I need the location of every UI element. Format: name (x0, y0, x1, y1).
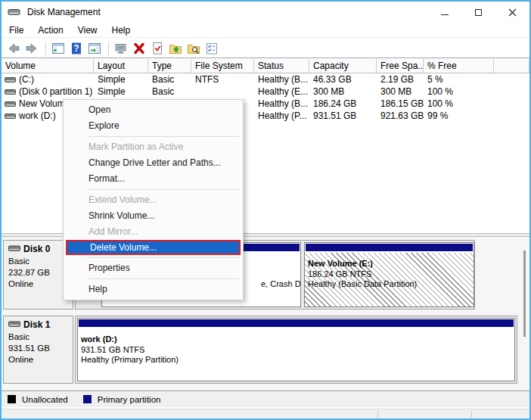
back-arrow-icon (6, 41, 21, 56)
disk1-name: Disk 1 (23, 319, 50, 330)
menu-view[interactable]: View (78, 25, 98, 36)
cell-file-system (191, 86, 254, 98)
column-header-file-system[interactable]: File System (191, 59, 254, 73)
partition-d[interactable]: work (D:) 931.51 GB NTFS Healthy (Primar… (77, 318, 515, 381)
volume-icon (5, 112, 16, 120)
disk1-info-panel[interactable]: Disk 1 Basic 931.51 GB Online (3, 316, 73, 384)
partition-e-name: New Volume (E:) (308, 259, 474, 269)
legend-label-unallocated: Unallocated (22, 395, 68, 404)
column-header-pct-free[interactable]: % Free (424, 59, 494, 73)
menu-item-add-mirror: Add Mirror... (64, 224, 243, 240)
partition-e-status: Healthy (Basic Data Partition) (308, 279, 474, 290)
maximize-icon (475, 9, 482, 16)
find-button[interactable] (185, 40, 202, 57)
cell-capacity: 46.33 GB (309, 73, 377, 86)
menu-separator (64, 134, 243, 139)
cell-type: Basic (148, 73, 191, 86)
title-bar: Disk Management (2, 2, 529, 23)
console-tree-button[interactable] (50, 40, 67, 57)
partition-d-color-bar (79, 319, 514, 327)
properties-list-icon (204, 41, 219, 56)
partition-e-color-bar (306, 244, 473, 251)
menu-item-extend-volume: Extend Volume... (64, 192, 243, 208)
table-row-volume-efi[interactable]: (Disk 0 partition 1) Simple Basic Health… (2, 86, 529, 98)
cell-layout: Simple (94, 86, 148, 98)
cell-free-space: 2.19 GB (377, 73, 424, 86)
maximize-button[interactable] (461, 2, 495, 23)
column-header-layout[interactable]: Layout (94, 59, 148, 73)
menu-action[interactable]: Action (38, 25, 63, 36)
properties-button[interactable] (203, 40, 220, 57)
status-bar-separator (377, 411, 378, 418)
partition-d-size: 931.51 GB NTFS (81, 345, 514, 356)
action-pane-icon (87, 41, 102, 56)
column-header-status[interactable]: Status (254, 59, 309, 73)
volume-icon (5, 76, 16, 83)
cell-layout: Simple (94, 73, 148, 86)
check-document-icon (150, 41, 165, 56)
cell-capacity: 186.24 GB (309, 98, 377, 110)
cell-type: Basic (148, 86, 191, 98)
disk-icon (8, 244, 20, 254)
menu-item-properties[interactable]: Properties (64, 260, 243, 276)
open-button[interactable] (167, 40, 184, 57)
back-button[interactable] (5, 40, 22, 57)
minimize-button[interactable] (427, 2, 461, 23)
cell-capacity: 931.51 GB (309, 110, 377, 122)
column-header-capacity[interactable]: Capacity (309, 59, 377, 73)
vertical-scrollbar-thumb[interactable] (523, 250, 526, 337)
column-header-type[interactable]: Type (148, 59, 191, 73)
cell-pct-free: 5 % (424, 73, 494, 86)
menu-item-help[interactable]: Help (64, 282, 243, 297)
menu-separator (64, 255, 243, 260)
disk1-type: Basic (8, 331, 73, 343)
computer-button[interactable] (113, 40, 129, 57)
close-button[interactable] (495, 2, 529, 23)
action-pane-button[interactable] (86, 40, 103, 57)
disk1-size: 931.51 GB (8, 343, 73, 354)
cell-pct-free: 100 % (424, 98, 494, 110)
volume-list-header: Volume Layout Type File System Status Ca… (2, 59, 529, 73)
cell-file-system: NTFS (191, 73, 254, 86)
cell-status: Healthy (B... (254, 73, 309, 86)
menu-item-mark-partition-active: Mark Partition as Active (64, 139, 243, 155)
help-button[interactable]: ? (68, 40, 85, 57)
delete-button[interactable] (131, 40, 148, 57)
close-icon (508, 8, 517, 17)
svg-text:?: ? (73, 43, 79, 54)
disk1-graphic-area: work (D:) 931.51 GB NTFS Healthy (Primar… (75, 316, 517, 384)
column-header-empty (494, 59, 529, 73)
status-bar (2, 409, 529, 418)
menu-item-delete-volume[interactable]: Delete Volume... (66, 240, 241, 255)
check-disk-button[interactable] (149, 40, 166, 57)
volume-icon (5, 100, 16, 107)
menu-file[interactable]: File (9, 25, 23, 36)
menu-help[interactable]: Help (112, 25, 131, 36)
toolbar: ? (2, 39, 529, 58)
menu-item-shrink-volume[interactable]: Shrink Volume... (64, 208, 243, 224)
volume-icon (5, 88, 16, 95)
partition-e-size: 186.24 GB NTFS (308, 269, 474, 280)
help-icon: ? (69, 41, 84, 56)
menu-item-format[interactable]: Format... (64, 171, 243, 187)
cell-capacity: 300 MB (309, 86, 377, 98)
partition-e-selected[interactable]: New Volume (E:) 186.24 GB NTFS Healthy (… (304, 242, 474, 307)
legend-label-primary-partition: Primary partition (98, 395, 161, 404)
cell-pct-free: 99 % (424, 110, 494, 122)
cell-free-space: 921.63 GB (377, 110, 424, 122)
cell-volume: work (D:) (19, 110, 56, 122)
column-header-volume[interactable]: Volume (2, 59, 94, 73)
cell-free-space: 186.15 GB (377, 98, 424, 110)
menu-item-explore[interactable]: Explore (64, 118, 243, 134)
disk-management-window: Disk Management File Action View Help ? (0, 0, 531, 420)
menu-item-open[interactable]: Open (64, 102, 243, 118)
forward-button[interactable] (23, 40, 40, 57)
column-header-free-space[interactable]: Free Spa... (377, 59, 424, 73)
disk1-status: Online (8, 354, 73, 366)
legend-swatch-unallocated (8, 395, 16, 403)
cell-status: Healthy (E... (254, 86, 309, 98)
partition-d-status: Healthy (Primary Partition) (81, 355, 514, 366)
menu-item-change-drive-letter[interactable]: Change Drive Letter and Paths... (64, 155, 243, 171)
disk-icon (8, 319, 20, 330)
table-row-volume-c[interactable]: (C:) Simple Basic NTFS Healthy (B... 46.… (2, 73, 529, 86)
